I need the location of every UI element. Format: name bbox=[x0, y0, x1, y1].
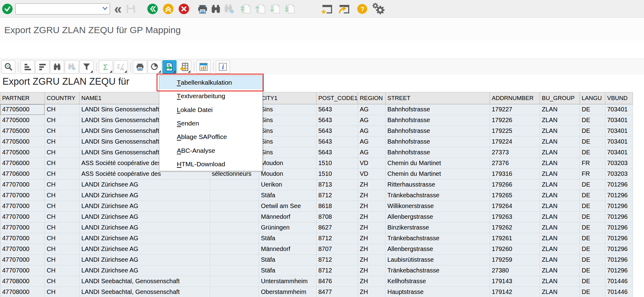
last-page-button[interactable] bbox=[284, 3, 296, 15]
grid-cell[interactable] bbox=[210, 265, 259, 276]
save-button[interactable] bbox=[125, 3, 137, 15]
grid-cell[interactable]: 8618 bbox=[316, 201, 358, 212]
grid-cell[interactable]: 179227 bbox=[490, 104, 540, 115]
total-button[interactable]: Σ bbox=[99, 60, 113, 74]
grid-cell[interactable]: CH bbox=[45, 201, 80, 212]
hide-command-field-button[interactable]: « bbox=[114, 3, 121, 15]
grid-cell[interactable]: LANDI Zürichsee AG bbox=[80, 212, 210, 222]
grid-cell[interactable]: Oetwil am See bbox=[259, 201, 316, 212]
grid-cell[interactable]: 701296 bbox=[605, 265, 633, 276]
grid-cell[interactable]: DE bbox=[580, 201, 605, 212]
menu-item-html-download[interactable]: HTML-Download bbox=[159, 157, 262, 171]
grid-cell[interactable]: Bahnhofstrasse bbox=[386, 137, 490, 147]
grid-cell[interactable]: Stäfa bbox=[259, 190, 316, 201]
grid-cell[interactable]: DE bbox=[580, 126, 605, 137]
grid-cell[interactable]: DE bbox=[580, 287, 605, 297]
grid-cell[interactable]: DE bbox=[580, 179, 605, 190]
grid-cell[interactable] bbox=[210, 212, 259, 222]
find-button-alv[interactable] bbox=[50, 60, 64, 74]
find-next-button[interactable] bbox=[223, 3, 235, 15]
grid-cell[interactable]: ZH bbox=[358, 222, 386, 233]
grid-cell[interactable]: AG bbox=[358, 104, 386, 115]
grid-cell[interactable]: LANDI Zürichsee AG bbox=[80, 179, 210, 190]
grid-cell[interactable]: ZLAN bbox=[540, 169, 580, 179]
column-header-post_code1[interactable]: POST_CODE1 bbox=[316, 92, 358, 104]
grid-cell[interactable]: 47705000 bbox=[0, 137, 45, 147]
next-page-button[interactable] bbox=[269, 3, 281, 15]
grid-cell[interactable]: 47707000 bbox=[0, 233, 45, 244]
menu-item-senden[interactable]: Senden bbox=[159, 117, 262, 130]
grid-cell[interactable]: Chemin du Martinet bbox=[386, 169, 490, 179]
grid-cell[interactable]: Sins bbox=[259, 115, 316, 126]
grid-cell[interactable]: CH bbox=[45, 158, 80, 169]
grid-cell[interactable]: LANDI Zürichsee AG bbox=[80, 190, 210, 201]
grid-cell[interactable]: 701296 bbox=[605, 190, 633, 201]
menu-item-ablage-sapoffice[interactable]: Ablage SAPoffice bbox=[159, 130, 262, 144]
grid-cell[interactable]: Sins bbox=[259, 104, 316, 115]
grid-cell[interactable]: ZLAN bbox=[540, 255, 580, 265]
grid-cell[interactable]: 703203 bbox=[605, 169, 633, 179]
grid-cell[interactable]: Bahnhofstrasse bbox=[386, 104, 490, 115]
grid-cell[interactable]: 47706000 bbox=[0, 169, 45, 179]
customize-local-layout-button[interactable] bbox=[372, 2, 385, 15]
grid-cell[interactable]: 701296 bbox=[605, 222, 633, 233]
grid-cell[interactable]: 703401 bbox=[605, 147, 633, 158]
grid-cell[interactable]: Sins bbox=[259, 147, 316, 158]
export-button[interactable] bbox=[162, 60, 177, 74]
grid-cell[interactable]: 47705000 bbox=[0, 126, 45, 137]
previous-page-button[interactable] bbox=[254, 3, 267, 15]
print-button[interactable] bbox=[197, 3, 208, 15]
grid-cell[interactable]: DE bbox=[580, 255, 605, 265]
grid-cell[interactable]: AG bbox=[358, 137, 386, 147]
grid-cell[interactable]: CH bbox=[45, 137, 80, 147]
cancel-button[interactable] bbox=[178, 3, 189, 14]
grid-cell[interactable]: ZH bbox=[358, 233, 386, 244]
grid-cell[interactable]: 47705000 bbox=[0, 104, 45, 115]
grid-cell[interactable]: Hauptstrasse bbox=[386, 287, 490, 297]
column-header-addrnumber[interactable]: ADDRNUMBER bbox=[490, 92, 540, 104]
grid-cell[interactable] bbox=[210, 179, 259, 190]
back-button[interactable] bbox=[147, 3, 158, 14]
grid-cell[interactable]: 179260 bbox=[490, 244, 540, 255]
grid-cell[interactable]: Kellhofstrasse bbox=[386, 276, 490, 287]
views-button[interactable] bbox=[148, 60, 162, 74]
print-button-alv[interactable] bbox=[133, 60, 147, 74]
grid-cell[interactable]: 179265 bbox=[490, 190, 540, 201]
grid-cell[interactable]: 1510 bbox=[316, 158, 358, 169]
grid-cell[interactable]: DE bbox=[580, 244, 605, 255]
grid-cell[interactable]: DE bbox=[580, 233, 605, 244]
grid-cell[interactable]: 47707000 bbox=[0, 179, 45, 190]
grid-cell[interactable]: CH bbox=[45, 147, 80, 158]
grid-cell[interactable]: 703203 bbox=[605, 158, 633, 169]
grid-cell[interactable]: ZH bbox=[358, 255, 386, 265]
first-page-button[interactable] bbox=[240, 3, 252, 15]
find-button[interactable] bbox=[210, 3, 222, 15]
grid-cell[interactable]: 8712 bbox=[316, 190, 358, 201]
menu-item-textverarbeitung[interactable]: Textverarbeitung bbox=[159, 89, 262, 103]
grid-cell[interactable]: 701296 bbox=[605, 244, 633, 255]
grid-cell[interactable]: 8627 bbox=[316, 222, 358, 233]
grid-cell[interactable]: 701296 bbox=[605, 255, 633, 265]
menu-item-tabellenkalkulation[interactable]: Tabellenkalkulation bbox=[159, 76, 262, 89]
grid-cell[interactable]: 47707000 bbox=[0, 265, 45, 276]
grid-cell[interactable]: CH bbox=[45, 190, 80, 201]
grid-cell[interactable]: CH bbox=[45, 212, 80, 222]
grid-cell[interactable]: 701296 bbox=[605, 201, 633, 212]
grid-cell[interactable]: LANDI Zürichsee AG bbox=[80, 201, 210, 212]
grid-cell[interactable]: 27380 bbox=[490, 265, 540, 276]
grid-cell[interactable]: Tränkebachstrasse bbox=[386, 265, 490, 276]
grid-cell[interactable] bbox=[210, 244, 259, 255]
grid-cell[interactable] bbox=[210, 222, 259, 233]
grid-cell[interactable]: Moudon bbox=[259, 169, 316, 179]
grid-cell[interactable]: 701446 bbox=[605, 276, 633, 287]
grid-cell[interactable]: CH bbox=[45, 244, 80, 255]
grid-cell[interactable]: Allenbergstrasse bbox=[386, 212, 490, 222]
grid-cell[interactable]: 8476 bbox=[316, 276, 358, 287]
new-session-button[interactable]: ★ bbox=[320, 3, 333, 15]
menu-item-lokale-datei[interactable]: Lokale Datei bbox=[159, 103, 262, 117]
command-input[interactable] bbox=[15, 3, 110, 14]
grid-cell[interactable]: 701296 bbox=[605, 233, 633, 244]
grid-cell[interactable]: 8712 bbox=[316, 265, 358, 276]
grid-cell[interactable]: Tränkebachstrasse bbox=[386, 233, 490, 244]
grid-cell[interactable]: Chemin du Martinet bbox=[386, 158, 490, 169]
